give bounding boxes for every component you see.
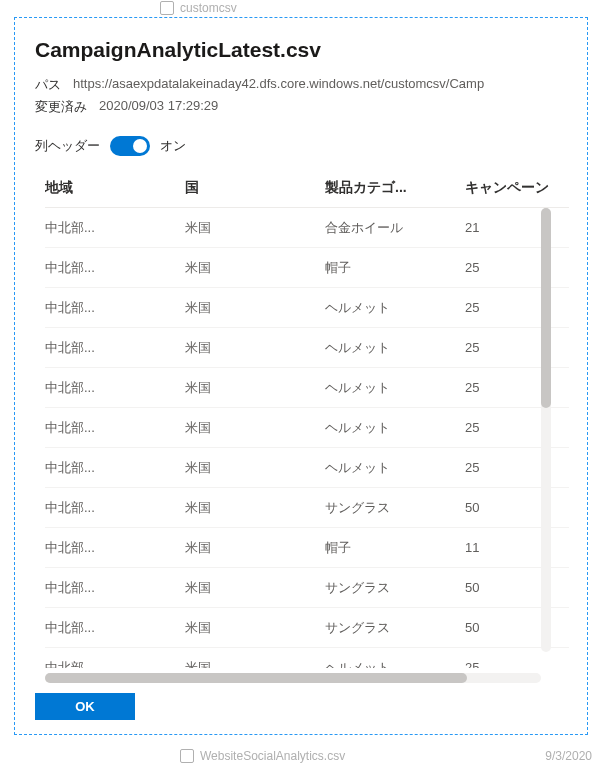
preview-table: 地域 国 製品カテゴ... キャンペーン 中北部...米国合金ホイール21中北部… xyxy=(35,168,569,683)
ok-button[interactable]: OK xyxy=(35,693,135,720)
col-region[interactable]: 地域 xyxy=(45,179,185,197)
table-cell: 中北部... xyxy=(45,219,185,237)
horizontal-scroll-thumb[interactable] xyxy=(45,673,467,683)
table-row[interactable]: 中北部...米国ヘルメット25 xyxy=(45,448,569,488)
table-row[interactable]: 中北部...米国サングラス50 xyxy=(45,488,569,528)
table-cell: 中北部... xyxy=(45,259,185,277)
column-header-row: 列ヘッダー オン xyxy=(35,136,569,156)
table-header-row: 地域 国 製品カテゴ... キャンペーン xyxy=(45,168,569,208)
table-row[interactable]: 中北部...米国ヘルメット25 xyxy=(45,368,569,408)
preview-panel: CampaignAnalyticLatest.csv パス https://as… xyxy=(14,17,588,735)
table-cell: ヘルメット xyxy=(325,659,465,669)
bg-bottom-file: WebsiteSocialAnalytics.csv xyxy=(180,749,345,763)
toggle-knob xyxy=(133,139,147,153)
table-cell: 米国 xyxy=(185,659,325,669)
table-cell: 米国 xyxy=(185,579,325,597)
table-row[interactable]: 中北部...米国サングラス50 xyxy=(45,568,569,608)
panel-footer: OK xyxy=(35,693,569,720)
column-header-label: 列ヘッダー xyxy=(35,137,100,155)
table-cell: 米国 xyxy=(185,379,325,397)
table-cell: 米国 xyxy=(185,259,325,277)
table-cell: 米国 xyxy=(185,619,325,637)
table-row[interactable]: 中北部...米国帽子25 xyxy=(45,248,569,288)
table-row[interactable]: 中北部...米国サングラス50 xyxy=(45,608,569,648)
table-cell: 米国 xyxy=(185,299,325,317)
table-cell: 米国 xyxy=(185,339,325,357)
column-header-toggle[interactable] xyxy=(110,136,150,156)
vertical-scroll-thumb[interactable] xyxy=(541,208,551,408)
path-value: https://asaexpdatalakeinaday42.dfs.core.… xyxy=(73,76,484,94)
path-label: パス xyxy=(35,76,61,94)
table-cell: 中北部... xyxy=(45,299,185,317)
table-cell: 合金ホイール xyxy=(325,219,465,237)
table-cell: 中北部... xyxy=(45,499,185,517)
table-cell: 中北部... xyxy=(45,659,185,669)
col-category[interactable]: 製品カテゴ... xyxy=(325,179,465,197)
table-cell: 中北部... xyxy=(45,339,185,357)
table-cell: 帽子 xyxy=(325,259,465,277)
table-cell: ヘルメット xyxy=(325,299,465,317)
table-cell: 米国 xyxy=(185,539,325,557)
table-cell: 中北部... xyxy=(45,379,185,397)
table-cell: サングラス xyxy=(325,579,465,597)
bg-top-file: customcsv xyxy=(160,1,237,15)
meta-modified-row: 変更済み 2020/09/03 17:29:29 xyxy=(35,98,569,116)
table-cell: サングラス xyxy=(325,619,465,637)
table-body: 中北部...米国合金ホイール21中北部...米国帽子25中北部...米国ヘルメッ… xyxy=(45,208,569,668)
table-cell: 中北部... xyxy=(45,459,185,477)
modified-value: 2020/09/03 17:29:29 xyxy=(99,98,218,116)
table-row[interactable]: 中北部...米国ヘルメット25 xyxy=(45,328,569,368)
table-cell: 米国 xyxy=(185,419,325,437)
table-cell: ヘルメット xyxy=(325,459,465,477)
col-country[interactable]: 国 xyxy=(185,179,325,197)
column-header-state: オン xyxy=(160,137,186,155)
file-title: CampaignAnalyticLatest.csv xyxy=(35,38,569,62)
table-cell: サングラス xyxy=(325,499,465,517)
table-cell: 米国 xyxy=(185,219,325,237)
table-cell: 米国 xyxy=(185,459,325,477)
horizontal-scrollbar[interactable] xyxy=(45,673,541,683)
bg-bottom-date: 9/3/2020 xyxy=(545,749,592,763)
table-row[interactable]: 中北部...米国ヘルメット25 xyxy=(45,648,569,668)
meta-path-row: パス https://asaexpdatalakeinaday42.dfs.co… xyxy=(35,76,569,94)
table-cell: 中北部... xyxy=(45,419,185,437)
vertical-scrollbar[interactable] xyxy=(541,208,551,652)
table-cell: 中北部... xyxy=(45,619,185,637)
table-cell: 25 xyxy=(465,660,555,668)
table-row[interactable]: 中北部...米国ヘルメット25 xyxy=(45,408,569,448)
table-cell: 中北部... xyxy=(45,539,185,557)
table-cell: ヘルメット xyxy=(325,339,465,357)
table-row[interactable]: 中北部...米国ヘルメット25 xyxy=(45,288,569,328)
col-campaign[interactable]: キャンペーン xyxy=(465,179,555,197)
table-row[interactable]: 中北部...米国帽子11 xyxy=(45,528,569,568)
table-cell: ヘルメット xyxy=(325,379,465,397)
modified-label: 変更済み xyxy=(35,98,87,116)
table-cell: 中北部... xyxy=(45,579,185,597)
table-row[interactable]: 中北部...米国合金ホイール21 xyxy=(45,208,569,248)
table-cell: 帽子 xyxy=(325,539,465,557)
table-cell: ヘルメット xyxy=(325,419,465,437)
table-cell: 米国 xyxy=(185,499,325,517)
